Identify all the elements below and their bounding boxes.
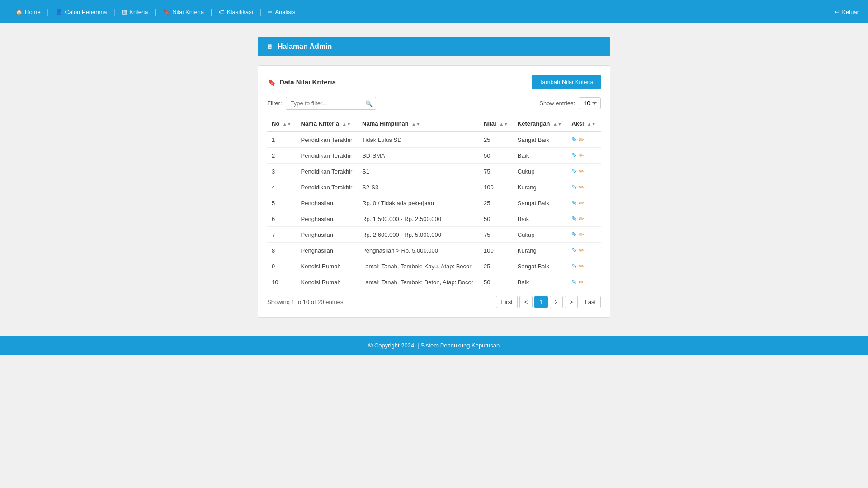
table-row: 9 Kondisi Rumah Lantai: Tanah, Tembok: K… — [267, 258, 601, 274]
cell-no: 9 — [267, 258, 297, 274]
cell-no: 6 — [267, 211, 297, 227]
col-no-label: No — [272, 120, 279, 127]
pagination-first[interactable]: First — [496, 296, 517, 308]
delete-icon-row-7[interactable]: ✏ — [579, 231, 584, 238]
edit-icon-row-4[interactable]: ✎ — [571, 183, 577, 191]
cell-no: 7 — [267, 227, 297, 243]
person-icon: 👤 — [55, 9, 62, 15]
cell-aksi: ✎ ✏ — [567, 211, 601, 227]
show-entries: Show entries: 10 25 50 — [539, 97, 601, 109]
sort-nama-kriteria-icon[interactable]: ▲▼ — [342, 122, 351, 127]
logout-icon: ↩ — [835, 9, 840, 15]
delete-icon-row-5[interactable]: ✏ — [579, 199, 584, 206]
edit-icon-row-8[interactable]: ✎ — [571, 247, 577, 254]
nav-analisis[interactable]: ✏ Analisis — [261, 9, 302, 15]
pagination-page-1[interactable]: 1 — [534, 296, 547, 308]
filter-input-wrapper: 🔍 — [286, 97, 376, 110]
pagination-next[interactable]: > — [565, 296, 578, 308]
delete-icon-row-2[interactable]: ✏ — [579, 152, 584, 159]
cell-no: 5 — [267, 195, 297, 211]
nav-klasifikasi-label: Klasifikasi — [227, 9, 253, 15]
sort-no-icon[interactable]: ▲▼ — [283, 122, 292, 127]
sort-keterangan-icon[interactable]: ▲▼ — [553, 122, 562, 127]
delete-icon-row-3[interactable]: ✏ — [579, 168, 584, 175]
nav-nilai-kriteria[interactable]: 🔖 Nilai Kriteria — [156, 9, 210, 15]
col-no: No ▲▼ — [267, 116, 297, 131]
edit-icon-row-1[interactable]: ✎ — [571, 136, 577, 143]
edit-icon-row-7[interactable]: ✎ — [571, 231, 577, 238]
cell-keterangan: Baik — [513, 148, 567, 164]
nav-nilai-kriteria-label: Nilai Kriteria — [172, 9, 204, 15]
cell-nama-kriteria: Pendidikan Terakhir — [297, 148, 358, 164]
sort-nama-himpunan-icon[interactable]: ▲▼ — [411, 122, 420, 127]
edit-icon-row-5[interactable]: ✎ — [571, 199, 577, 206]
cell-aksi: ✎ ✏ — [567, 243, 601, 258]
cell-no: 2 — [267, 148, 297, 164]
cell-aksi: ✎ ✏ — [567, 258, 601, 274]
cell-nama-kriteria: Penghasilan — [297, 243, 358, 258]
footer-text: © Copyright 2024. | Sistem Pendukung Kep… — [368, 342, 500, 349]
pencil-icon: ✏ — [268, 9, 273, 15]
cell-nama-himpunan: Penghasilan > Rp. 5.000.000 — [358, 243, 479, 258]
sort-nilai-icon[interactable]: ▲▼ — [499, 122, 508, 127]
edit-icon-row-6[interactable]: ✎ — [571, 215, 577, 222]
col-nama-kriteria-label: Nama Kriteria — [301, 120, 340, 127]
navbar: 🏠 Home | 👤 Calon Penerima | ▦ Kriteria |… — [0, 0, 868, 23]
edit-icon-row-9[interactable]: ✎ — [571, 263, 577, 270]
cell-nama-himpunan: Rp. 0 / Tidak ada pekerjaan — [358, 195, 479, 211]
cell-no: 10 — [267, 274, 297, 290]
cell-no: 1 — [267, 131, 297, 148]
cell-nilai: 50 — [479, 211, 513, 227]
table-body: 1 Pendidikan Terakhir Tidak Lulus SD 25 … — [267, 131, 601, 290]
table-row: 5 Penghasilan Rp. 0 / Tidak ada pekerjaa… — [267, 195, 601, 211]
col-aksi: Aksi ▲▼ — [567, 116, 601, 131]
nav-home[interactable]: 🏠 Home — [9, 9, 47, 15]
card-header: 🔖 Data Nilai Kriteria Tambah Nilai Krite… — [267, 75, 601, 89]
nilai-kriteria-table: No ▲▼ Nama Kriteria ▲▼ Nama Himpunan ▲▼ … — [267, 116, 601, 290]
cell-nama-himpunan: Tidak Lulus SD — [358, 131, 479, 148]
cell-nama-himpunan: Lantai: Tanah, Tembok: Beton, Atap: Boco… — [358, 274, 479, 290]
nav-logout[interactable]: ↩ Keluar — [835, 9, 859, 15]
cell-aksi: ✎ ✏ — [567, 164, 601, 179]
delete-icon-row-10[interactable]: ✏ — [579, 278, 584, 286]
cell-keterangan: Sangat Baik — [513, 195, 567, 211]
delete-icon-row-8[interactable]: ✏ — [579, 247, 584, 254]
main-content: 🖥 Halaman Admin 🔖 Data Nilai Kriteria Ta… — [258, 37, 610, 318]
cell-keterangan: Cukup — [513, 164, 567, 179]
table-head: No ▲▼ Nama Kriteria ▲▼ Nama Himpunan ▲▼ … — [267, 116, 601, 131]
edit-icon-row-2[interactable]: ✎ — [571, 152, 577, 159]
table-row: 1 Pendidikan Terakhir Tidak Lulus SD 25 … — [267, 131, 601, 148]
sort-aksi-icon[interactable]: ▲▼ — [587, 122, 596, 127]
cell-nama-kriteria: Penghasilan — [297, 195, 358, 211]
filter-input[interactable] — [286, 97, 376, 110]
nav-calon-penerima[interactable]: 👤 Calon Penerima — [49, 9, 113, 15]
nav-kriteria[interactable]: ▦ Kriteria — [115, 9, 154, 15]
cell-nama-kriteria: Penghasilan — [297, 227, 358, 243]
cell-keterangan: Sangat Baik — [513, 131, 567, 148]
delete-icon-row-4[interactable]: ✏ — [579, 183, 584, 191]
cell-nama-himpunan: SD-SMA — [358, 148, 479, 164]
pagination-page-2[interactable]: 2 — [550, 296, 563, 308]
page-header: 🖥 Halaman Admin — [258, 37, 610, 56]
edit-icon-row-3[interactable]: ✎ — [571, 168, 577, 175]
cell-keterangan: Cukup — [513, 227, 567, 243]
edit-icon-row-10[interactable]: ✎ — [571, 278, 577, 286]
cell-nama-himpunan: Lantai: Tanah, Tembok: Kayu, Atap: Bocor — [358, 258, 479, 274]
delete-icon-row-6[interactable]: ✏ — [579, 215, 584, 222]
delete-icon-row-9[interactable]: ✏ — [579, 263, 584, 270]
cell-keterangan: Kurang — [513, 179, 567, 195]
cell-aksi: ✎ ✏ — [567, 131, 601, 148]
entries-select[interactable]: 10 25 50 — [579, 97, 601, 109]
home-icon: 🏠 — [15, 9, 23, 15]
pagination-prev[interactable]: < — [519, 296, 533, 308]
col-nama-himpunan-label: Nama Himpunan — [362, 120, 409, 127]
bookmark-icon: 🔖 — [163, 9, 170, 15]
cell-nama-kriteria: Pendidikan Terakhir — [297, 131, 358, 148]
nav-klasifikasi[interactable]: 🏷 Klasifikasi — [212, 9, 259, 15]
pagination-last[interactable]: Last — [580, 296, 601, 308]
cell-aksi: ✎ ✏ — [567, 179, 601, 195]
col-aksi-label: Aksi — [571, 120, 584, 127]
add-nilai-kriteria-button[interactable]: Tambah Nilai Kriteria — [532, 75, 601, 89]
table-row: 10 Kondisi Rumah Lantai: Tanah, Tembok: … — [267, 274, 601, 290]
delete-icon-row-1[interactable]: ✏ — [579, 136, 584, 143]
